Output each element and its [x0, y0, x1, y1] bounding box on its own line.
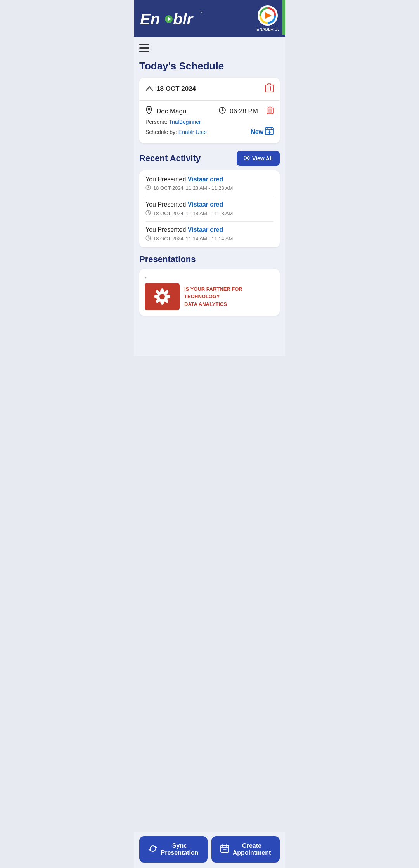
svg-point-34 — [246, 157, 248, 159]
clock-icon-1 — [145, 185, 151, 191]
activity-title-3: You Presented Vistaar cred — [145, 226, 274, 233]
app-header: En blr ™ — [134, 0, 285, 37]
presentation-text: IS YOUR PARTNER FOR TECHNOLOGY DATA ANAL… — [184, 285, 242, 308]
page-title: Today's Schedule — [139, 60, 280, 72]
avatar-image — [259, 7, 277, 24]
activity-title-1: You Presented Vistaar cred — [145, 176, 274, 183]
logo: En blr ™ — [140, 9, 202, 28]
schedule-body: Doc Magn... 06:28 PM — [139, 101, 280, 143]
logo-svg: En blr ™ — [140, 9, 202, 28]
location-icon — [145, 106, 152, 116]
svg-line-37 — [148, 187, 149, 188]
presentation-card[interactable]: ▪ — [139, 269, 280, 316]
svg-text:blr: blr — [173, 10, 194, 28]
svg-rect-8 — [139, 44, 149, 45]
main-content: Today's Schedule 18 OCT 2024 — [134, 37, 285, 356]
svg-line-40 — [148, 213, 149, 214]
delete-appointment-button[interactable] — [267, 106, 274, 116]
hamburger-icon — [139, 44, 149, 52]
svg-text:™: ™ — [199, 11, 202, 15]
svg-rect-11 — [265, 85, 273, 92]
svg-rect-10 — [139, 51, 149, 52]
activity-card: You Presented Vistaar cred 18 OCT 2024 1… — [139, 170, 280, 247]
chevron-up-icon[interactable] — [145, 85, 153, 93]
activity-title-2: You Presented Vistaar cred — [145, 201, 274, 208]
activity-time-3: 18 OCT 2024 11:14 AM - 11:14 AM — [145, 235, 274, 242]
presentations-title: Presentations — [139, 254, 280, 264]
appointment-name: Doc Magn... — [156, 108, 215, 115]
svg-point-18 — [148, 108, 150, 110]
presentation-thumbnail — [145, 283, 180, 310]
persona-row: Persona: TrialBeginner — [145, 119, 274, 125]
recent-activity-header: Recent Activity View All — [139, 151, 280, 166]
activity-link-1[interactable]: Vistaar cred — [188, 176, 223, 182]
svg-line-21 — [222, 110, 224, 111]
appointment-row: Doc Magn... 06:28 PM — [145, 106, 274, 116]
svg-rect-9 — [139, 47, 149, 49]
activity-time-2: 18 OCT 2024 11:18 AM - 11:18 AM — [145, 210, 274, 217]
clock-icon-2 — [145, 210, 151, 217]
activity-time-1: 18 OCT 2024 11:23 AM - 11:23 AM — [145, 185, 274, 191]
svg-rect-24 — [269, 107, 271, 108]
activity-item-1: You Presented Vistaar cred 18 OCT 2024 1… — [145, 176, 274, 196]
schedule-by-row: Schedule by: Enablr User New — [145, 127, 274, 137]
clock-icon-3 — [145, 235, 151, 242]
activity-item-3: You Presented Vistaar cred 18 OCT 2024 1… — [145, 222, 274, 242]
time-icon — [219, 107, 226, 116]
appointment-time: 06:28 PM — [230, 108, 258, 115]
presentation-image-area: IS YOUR PARTNER FOR TECHNOLOGY DATA ANAL… — [145, 283, 274, 310]
user-name-label: ENABLR U. — [256, 27, 279, 31]
view-all-button[interactable]: View All — [237, 151, 280, 166]
activity-item-2: You Presented Vistaar cred 18 OCT 2024 1… — [145, 196, 274, 222]
calendar-add-icon — [265, 127, 274, 137]
green-stripe — [282, 0, 285, 35]
schedule-date: 18 OCT 2024 — [156, 85, 196, 93]
activity-link-2[interactable]: Vistaar cred — [188, 201, 223, 208]
new-appointment-button[interactable]: New — [251, 127, 274, 137]
user-profile[interactable]: ENABLR U. — [256, 5, 279, 31]
recent-activity-title: Recent Activity — [139, 153, 201, 163]
schedule-by-link[interactable]: Enablr User — [178, 129, 207, 135]
schedule-date-row: 18 OCT 2024 — [145, 85, 196, 93]
eye-icon — [244, 155, 250, 162]
presentation-menu-dots: ▪ — [145, 274, 274, 281]
schedule-card: 18 OCT 2024 — [139, 78, 280, 143]
avatar — [258, 5, 278, 26]
svg-line-43 — [148, 238, 149, 239]
schedule-header: 18 OCT 2024 — [139, 78, 280, 101]
persona-link[interactable]: TrialBeginner — [169, 119, 201, 125]
menu-button[interactable] — [139, 42, 149, 56]
svg-text:En: En — [140, 10, 160, 28]
svg-point-53 — [159, 294, 165, 299]
svg-rect-22 — [267, 108, 273, 114]
presentations-section: Presentations ▪ — [139, 254, 280, 316]
delete-schedule-button[interactable] — [265, 83, 274, 95]
activity-link-3[interactable]: Vistaar cred — [188, 226, 223, 233]
